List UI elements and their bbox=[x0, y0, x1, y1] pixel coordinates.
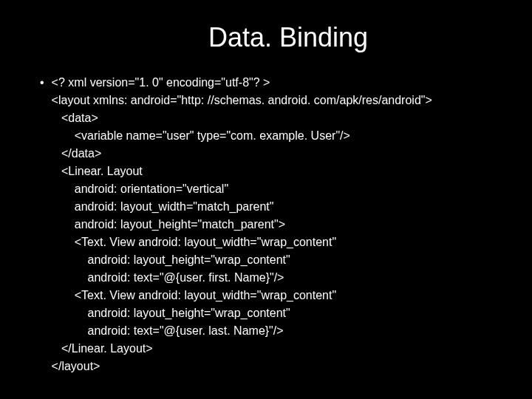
code-line: </layout> bbox=[52, 358, 432, 375]
content-block: • <? xml version="1. 0" encoding="utf-8"… bbox=[37, 74, 495, 375]
code-line: </data> bbox=[52, 145, 432, 163]
code-line: <Text. View android: layout_width="wrap_… bbox=[52, 287, 432, 304]
code-line: </Linear. Layout> bbox=[52, 340, 432, 358]
code-line: <? xml version="1. 0" encoding="utf-8"? … bbox=[52, 74, 432, 92]
code-line: android: layout_height="wrap_content" bbox=[52, 251, 432, 269]
code-line: android: text="@{user. first. Name}"/> bbox=[52, 269, 432, 287]
slide-container: Data. Binding • <? xml version="1. 0" en… bbox=[0, 0, 532, 390]
code-line: <variable name="user" type="com. example… bbox=[52, 127, 432, 145]
code-line: android: orientation="vertical" bbox=[52, 180, 432, 198]
code-line: android: layout_height="match_parent"> bbox=[52, 216, 432, 233]
code-line: <layout xmlns: android="http: //schemas.… bbox=[52, 92, 432, 109]
bullet-marker: • bbox=[40, 74, 44, 92]
code-line: <data> bbox=[52, 109, 432, 127]
code-line: android: layout_width="match_parent" bbox=[52, 198, 432, 216]
code-line: android: layout_height="wrap_content" bbox=[52, 304, 432, 322]
code-block: <? xml version="1. 0" encoding="utf-8"? … bbox=[52, 74, 432, 375]
page-title: Data. Binding bbox=[81, 22, 495, 53]
code-line: <Linear. Layout bbox=[52, 163, 432, 180]
code-line: <Text. View android: layout_width="wrap_… bbox=[52, 233, 432, 251]
bullet-item: • <? xml version="1. 0" encoding="utf-8"… bbox=[37, 74, 495, 375]
code-line: android: text="@{user. last. Name}"/> bbox=[52, 322, 432, 340]
